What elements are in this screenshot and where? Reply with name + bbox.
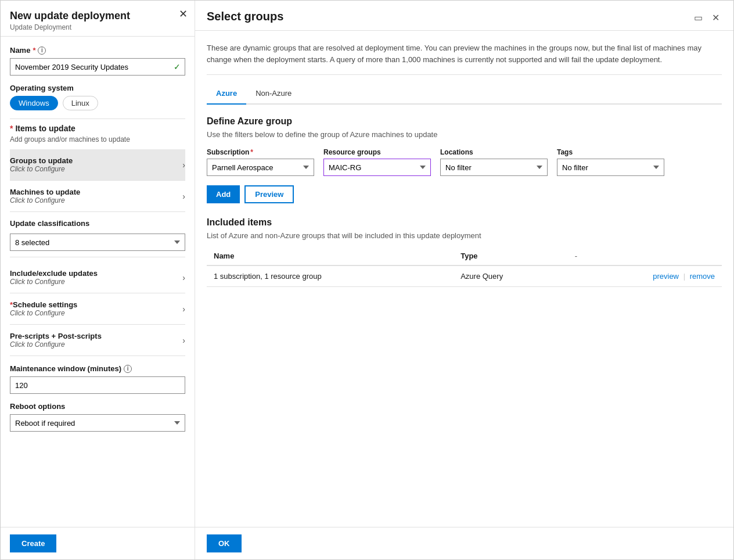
remove-link[interactable]: remove [690, 272, 715, 281]
right-body: These are dynamic groups that are resolv… [195, 31, 733, 527]
machines-to-update-label: Machines to update [10, 188, 80, 196]
table-row: 1 subscription, 1 resource group Azure Q… [207, 265, 722, 287]
left-panel: New update deployment Update Deployment … [1, 1, 195, 559]
groups-to-update-row[interactable]: Groups to update Click to Configure › [10, 149, 185, 181]
schedule-settings-row[interactable]: *Schedule settings Click to Configure › [10, 293, 185, 325]
section-divider-1 [10, 119, 185, 119]
machines-chevron-icon: › [182, 192, 185, 201]
tags-filter-label: Tags [557, 148, 664, 156]
action-separator: | [683, 272, 685, 281]
tab-azure[interactable]: Azure [207, 84, 246, 105]
resource-groups-select[interactable]: MAIC-RG [323, 159, 431, 176]
locations-select[interactable]: No filter [440, 159, 548, 176]
subscription-filter-group: Subscription * Parnell Aerospace [207, 148, 314, 176]
maintenance-window-section: Maintenance window (minutes) i [10, 364, 185, 394]
preview-button[interactable]: Preview [244, 185, 294, 203]
name-info-icon[interactable]: i [38, 46, 46, 55]
left-header: New update deployment Update Deployment … [1, 1, 195, 37]
resource-groups-filter-label: Resource groups [323, 148, 431, 156]
table-header-type: Type [454, 247, 568, 265]
operating-system-section: Operating system Windows Linux [10, 84, 185, 110]
pre-post-scripts-sublabel: Click to Configure [10, 340, 102, 349]
schedule-settings-content: *Schedule settings Click to Configure [10, 300, 77, 317]
name-field-label: Name * i [10, 46, 185, 55]
include-exclude-row[interactable]: Include/exclude updates Click to Configu… [10, 262, 185, 293]
right-header: Select groups ▭ ✕ [195, 1, 733, 31]
name-required-asterisk: * [33, 46, 35, 55]
groups-chevron-icon: › [182, 160, 185, 170]
items-to-update-desc: Add groups and/or machines to update [10, 135, 185, 143]
maintenance-window-input[interactable] [10, 376, 185, 394]
include-exclude-chevron-icon: › [182, 273, 185, 282]
create-button[interactable]: Create [10, 534, 56, 552]
left-panel-title: New update deployment [10, 10, 185, 22]
groups-to-update-content: Groups to update Click to Configure [10, 156, 73, 173]
section-divider-2 [10, 257, 185, 257]
os-windows-button[interactable]: Windows [10, 96, 58, 110]
machines-to-update-sublabel: Click to Configure [10, 196, 80, 204]
table-cell-actions: preview | remove [568, 265, 722, 287]
maintenance-info-icon[interactable]: i [124, 365, 132, 373]
pre-post-scripts-content: Pre-scripts + Post-scripts Click to Conf… [10, 332, 102, 349]
table-cell-type: Azure Query [454, 265, 568, 287]
update-classifications-select[interactable]: 8 selected [10, 234, 185, 251]
right-header-actions: ▭ ✕ [692, 10, 722, 26]
pre-post-scripts-row[interactable]: Pre-scripts + Post-scripts Click to Conf… [10, 325, 185, 356]
ok-button[interactable]: OK [207, 534, 242, 552]
name-input[interactable] [10, 58, 185, 76]
included-items-title: Included items [207, 217, 722, 228]
included-items-desc: List of Azure and non-Azure groups that … [207, 231, 722, 240]
tags-filter-group: Tags No filter [557, 148, 664, 176]
left-body: Name * i ✓ Operating system Windows Linu… [1, 37, 195, 527]
right-panel: Select groups ▭ ✕ These are dynamic grou… [195, 1, 733, 559]
items-to-update-section: * Items to update Add groups and/or mach… [10, 124, 185, 432]
os-toggle: Windows Linux [10, 96, 185, 110]
close-left-panel-button[interactable]: ✕ [179, 8, 188, 20]
os-label: Operating system [10, 84, 185, 92]
left-panel-subtitle: Update Deployment [10, 23, 185, 31]
tabs: Azure Non-Azure [207, 84, 722, 105]
subscription-required-asterisk: * [250, 148, 253, 156]
maximize-button[interactable]: ▭ [692, 10, 705, 26]
reboot-options-label: Reboot options [10, 402, 185, 411]
include-exclude-content: Include/exclude updates Click to Configu… [10, 269, 98, 286]
action-buttons: Add Preview [207, 185, 722, 203]
left-footer: Create [1, 527, 195, 559]
define-group-title: Define Azure group [207, 116, 722, 127]
close-right-panel-button[interactable]: ✕ [710, 10, 722, 26]
table-cell-name: 1 subscription, 1 resource group [207, 265, 454, 287]
name-input-wrapper: ✓ [10, 58, 185, 76]
machines-to-update-row[interactable]: Machines to update Click to Configure › [10, 181, 185, 212]
tab-non-azure[interactable]: Non-Azure [246, 84, 301, 105]
filters-row: Subscription * Parnell Aerospace Resourc… [207, 148, 722, 176]
table-header-row: Name Type - [207, 247, 722, 265]
include-exclude-sublabel: Click to Configure [10, 278, 98, 286]
pre-post-scripts-label: Pre-scripts + Post-scripts [10, 332, 102, 340]
preview-link[interactable]: preview [653, 272, 679, 281]
include-exclude-label: Include/exclude updates [10, 269, 98, 278]
table-header-actions: - [568, 247, 722, 265]
locations-filter-label: Locations [440, 148, 548, 156]
tags-select[interactable]: No filter [557, 159, 664, 176]
right-panel-description: These are dynamic groups that are resolv… [207, 42, 722, 75]
subscription-select[interactable]: Parnell Aerospace [207, 159, 314, 176]
schedule-settings-label: *Schedule settings [10, 300, 77, 309]
reboot-options-section: Reboot options Reboot if required Never … [10, 402, 185, 432]
reboot-options-select[interactable]: Reboot if required Never reboot Always r… [10, 414, 185, 432]
machines-to-update-content: Machines to update Click to Configure [10, 188, 80, 204]
subscription-filter-label: Subscription * [207, 148, 314, 156]
schedule-required-asterisk: * [10, 300, 13, 309]
update-classifications-section: Update classifications 8 selected [10, 219, 185, 251]
groups-to-update-label: Groups to update [10, 156, 73, 165]
update-classifications-dropdown-row: 8 selected [10, 234, 185, 251]
locations-filter-group: Locations No filter [440, 148, 548, 176]
included-items-section: Included items List of Azure and non-Azu… [207, 217, 722, 287]
right-footer: OK [195, 527, 733, 559]
right-panel-title: Select groups [207, 10, 283, 30]
os-linux-button[interactable]: Linux [63, 96, 98, 110]
included-items-table: Name Type - 1 subscription, 1 resource g… [207, 247, 722, 287]
groups-to-update-sublabel: Click to Configure [10, 165, 73, 173]
add-button[interactable]: Add [207, 185, 240, 203]
maintenance-window-label: Maintenance window (minutes) i [10, 364, 185, 373]
schedule-chevron-icon: › [182, 304, 185, 314]
